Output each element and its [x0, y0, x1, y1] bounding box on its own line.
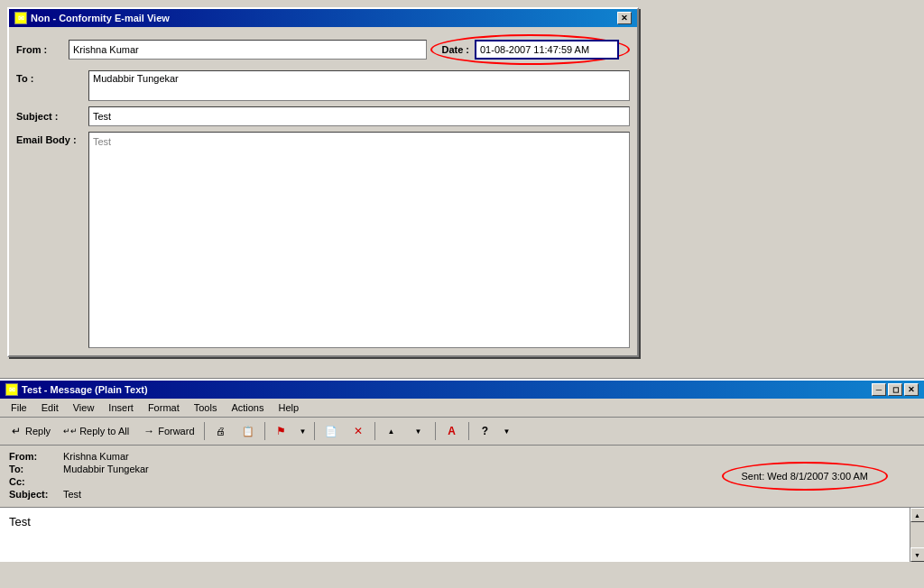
print-icon	[214, 424, 228, 438]
message-body: Test	[0, 508, 924, 562]
font-icon	[445, 424, 459, 438]
subject-row: Subject :	[16, 106, 630, 126]
bottom-window-icon: ✉	[5, 383, 18, 396]
flag-dropdown-icon[interactable]	[296, 424, 310, 438]
menu-help[interactable]: Help	[271, 400, 306, 415]
to-row: To : Mudabbir Tungekar	[16, 70, 630, 101]
reply-all-icon	[63, 424, 78, 438]
top-window: ✉ Non - Conformity E-mail View ✕ From : …	[7, 7, 639, 357]
top-title-left: ✉ Non - Conformity E-mail View	[14, 12, 170, 24]
header-subject-label: Subject:	[9, 489, 63, 500]
from-label: From :	[16, 44, 61, 55]
reply-label: Reply	[25, 426, 51, 436]
top-title-buttons: ✕	[617, 12, 632, 24]
toolbar-sep-1	[204, 422, 205, 440]
up-icon	[384, 424, 399, 438]
date-input[interactable]	[475, 40, 619, 60]
message-body-container: Test ▲ ▼	[0, 508, 924, 562]
delete-button[interactable]	[346, 420, 371, 442]
body-label: Email Body :	[16, 132, 88, 145]
menu-edit[interactable]: Edit	[34, 400, 66, 415]
flag-icon	[274, 424, 289, 438]
reply-button[interactable]: Reply	[4, 420, 56, 442]
bottom-title-bar: ✉ Test - Message (Plain Text) ─ ◻ ✕	[0, 381, 924, 399]
header-cc-label: Cc:	[9, 476, 63, 487]
header-to-value: Mudabbir Tungekar	[63, 464, 149, 474]
message-body-text: Test	[9, 515, 31, 528]
header-from-field: From: Krishna Kumar	[9, 451, 915, 462]
forward-icon	[142, 424, 156, 438]
restore-button[interactable]: ◻	[888, 383, 902, 396]
doc-icon	[324, 424, 338, 438]
down-icon	[411, 424, 426, 438]
from-input-wrap: Date :	[69, 34, 630, 65]
toolbar-sep-4	[374, 422, 375, 440]
header-from-value: Krishna Kumar	[63, 451, 129, 462]
to-label: To :	[16, 70, 88, 84]
forward-label: Forward	[158, 426, 194, 436]
sent-value: Wed 8/1/2007 3:00 AM	[767, 471, 868, 482]
sent-highlight: Sent: Wed 8/1/2007 3:00 AM	[722, 462, 888, 491]
menu-view[interactable]: View	[66, 400, 102, 415]
top-window-title: Non - Conformity E-mail View	[31, 13, 170, 23]
help-dropdown-icon[interactable]	[500, 424, 514, 438]
from-input[interactable]	[69, 40, 427, 60]
header-subject-value: Test	[63, 489, 81, 500]
bottom-window: ✉ Test - Message (Plain Text) ─ ◻ ✕ File…	[0, 379, 924, 562]
toolbar: Reply Reply to All Forward	[0, 418, 924, 446]
subject-label: Subject :	[16, 111, 88, 122]
bottom-title-buttons: ─ ◻ ✕	[872, 383, 919, 396]
menu-insert[interactable]: Insert	[101, 400, 141, 415]
font-button[interactable]	[439, 420, 465, 442]
reply-all-button[interactable]: Reply to All	[58, 420, 134, 442]
toolbar-sep-6	[468, 422, 469, 440]
sent-info: Sent: Wed 8/1/2007 3:00 AM	[722, 462, 888, 491]
date-label: Date :	[441, 44, 469, 55]
minimize-button[interactable]: ─	[872, 383, 886, 396]
scrollbar[interactable]: ▲ ▼	[910, 508, 924, 562]
date-highlight: Date :	[430, 34, 630, 65]
header-to-label: To:	[9, 464, 63, 474]
toolbar-sep-5	[435, 422, 436, 440]
scroll-up-btn[interactable]: ▲	[910, 508, 925, 522]
subject-input[interactable]	[88, 106, 630, 126]
help-button[interactable]	[473, 420, 498, 442]
to-input[interactable]: Mudabbir Tungekar	[88, 70, 630, 101]
from-row: From : Date :	[16, 34, 630, 65]
menu-tools[interactable]: Tools	[187, 400, 225, 415]
header-from-label: From:	[9, 451, 63, 462]
scroll-down-btn[interactable]: ▼	[910, 547, 925, 562]
sent-label: Sent:	[742, 471, 765, 482]
reply-icon	[9, 424, 23, 438]
reply-all-label: Reply to All	[79, 426, 129, 436]
close-button[interactable]: ✕	[617, 12, 632, 24]
toolbar-sep-3	[314, 422, 315, 440]
copy-button[interactable]	[236, 420, 261, 442]
top-window-content: From : Date : To : Mudabbir Tungekar Sub…	[9, 27, 637, 355]
body-row: Email Body : Test	[16, 132, 630, 348]
toolbar-sep-2	[264, 422, 265, 440]
menu-file[interactable]: File	[4, 400, 34, 415]
top-title-bar: ✉ Non - Conformity E-mail View ✕	[9, 9, 637, 27]
window-icon: ✉	[14, 12, 27, 24]
up-button[interactable]	[379, 420, 404, 442]
flag-button[interactable]	[269, 420, 294, 442]
doc-button[interactable]	[319, 420, 344, 442]
down-button[interactable]	[406, 420, 431, 442]
body-textarea[interactable]: Test	[88, 132, 630, 348]
menu-bar: File Edit View Insert Format Tools Actio…	[0, 399, 924, 418]
copy-icon	[241, 424, 255, 438]
bottom-title-left: ✉ Test - Message (Plain Text)	[5, 383, 148, 396]
print-button[interactable]	[208, 420, 234, 442]
bottom-close-button[interactable]: ✕	[904, 383, 919, 396]
message-header: From: Krishna Kumar To: Mudabbir Tungeka…	[0, 446, 924, 508]
help-icon	[478, 424, 493, 438]
forward-button[interactable]: Forward	[136, 420, 199, 442]
menu-format[interactable]: Format	[141, 400, 187, 415]
bottom-window-title: Test - Message (Plain Text)	[22, 384, 148, 395]
menu-actions[interactable]: Actions	[224, 400, 271, 415]
delete-icon	[351, 424, 365, 438]
